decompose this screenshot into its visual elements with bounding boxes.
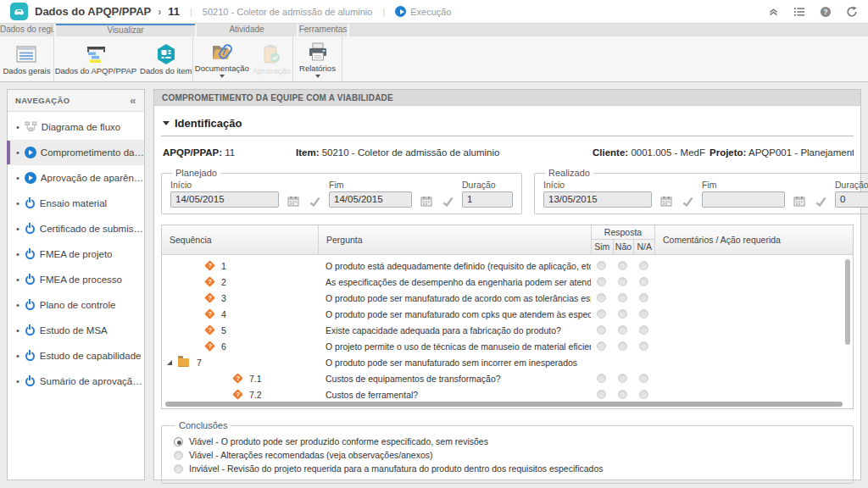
radio-sim[interactable] xyxy=(597,341,606,351)
radio-sim[interactable] xyxy=(597,293,606,302)
collapse-ribbon-icon[interactable] xyxy=(768,6,779,17)
radio-sim[interactable] xyxy=(597,277,606,286)
question-diamond-icon xyxy=(204,324,215,336)
duracao-label: Duração xyxy=(462,180,513,190)
planejado-inicio-input[interactable]: 14/05/2015 xyxy=(170,191,279,208)
radio-na[interactable] xyxy=(639,390,648,399)
pergunta-cell: As especificações de desempenho da engen… xyxy=(318,277,591,287)
radio-unchecked-icon[interactable] xyxy=(174,464,183,474)
calendar-icon[interactable] xyxy=(287,193,300,208)
pergunta-cell: Custos de ferramental? xyxy=(318,390,591,400)
radio-nao[interactable] xyxy=(618,277,627,286)
radio-nao[interactable] xyxy=(618,390,627,399)
radio-unchecked-icon[interactable] xyxy=(174,451,183,460)
sidebar-item-plano-controle[interactable]: Plano de controle xyxy=(8,292,144,318)
table-row: 3 O produto pode ser manufaturado de aco… xyxy=(162,290,853,306)
sidebar-item-sumario-aprovacao[interactable]: Sumário de aprovação ... xyxy=(8,369,144,394)
power-status-icon xyxy=(25,225,35,234)
radio-checked-icon[interactable] xyxy=(174,437,183,446)
clear-date-icon[interactable] xyxy=(308,193,321,208)
sidebar-item-fmea-processo[interactable]: FMEA de processo xyxy=(8,267,144,292)
ribbon-tab-atividade[interactable]: Atividade xyxy=(197,24,297,36)
sidebar-item-estudo-capabilidade[interactable]: Estudo de capabilidade xyxy=(8,343,144,369)
power-status-icon xyxy=(25,250,35,259)
tree-expander-icon[interactable] xyxy=(167,360,172,365)
radio-na[interactable] xyxy=(639,293,648,302)
divider: | xyxy=(190,7,192,17)
radio-nao[interactable] xyxy=(618,309,627,319)
dados-gerais-button[interactable]: Dados gerais xyxy=(3,42,52,76)
dados-item-button[interactable]: Dados do item xyxy=(139,42,192,76)
sidebar-item-ensaio-material[interactable]: Ensaio material xyxy=(8,191,144,216)
realizado-fieldset: Realizado Início 13/05/2015 Fim xyxy=(534,168,868,214)
divider: | xyxy=(382,7,385,17)
radio-na[interactable] xyxy=(639,325,648,335)
sidebar-collapse-icon[interactable]: « xyxy=(130,94,136,107)
vertical-scrollbar[interactable] xyxy=(845,259,850,345)
question-diamond-icon xyxy=(204,341,215,352)
realizado-fim-input[interactable] xyxy=(702,191,785,208)
radio-sim[interactable] xyxy=(597,309,606,319)
radio-na[interactable] xyxy=(639,261,648,270)
breadcrumb-title[interactable]: Dados do APQP/PPAP xyxy=(35,5,151,18)
planejado-fim-input[interactable]: 14/05/2015 xyxy=(329,191,412,208)
refresh-icon[interactable] xyxy=(846,6,858,18)
realizado-duracao-input[interactable]: 0 xyxy=(835,191,868,208)
ribbon-tab-visualizar[interactable]: Visualizar xyxy=(56,24,195,36)
sidebar-item-aprovacao-aparencia[interactable]: Aprovação de aparência xyxy=(8,165,144,191)
col-sequencia: Sequência xyxy=(162,225,318,254)
radio-nao[interactable] xyxy=(618,374,627,383)
col-resposta: Resposta xyxy=(592,225,654,240)
conclusao-option-viavel-sem-revisoes[interactable]: Viável - O produto pode ser produzido co… xyxy=(174,436,844,446)
folder-icon xyxy=(178,358,189,367)
printer-icon xyxy=(307,41,329,64)
radio-sim[interactable] xyxy=(597,325,606,335)
radio-na[interactable] xyxy=(639,277,648,286)
radio-sim[interactable] xyxy=(597,390,606,399)
conclusao-option-inviavel[interactable]: Inviável - Revisão do projeto requerida … xyxy=(174,463,844,474)
sidebar-item-estudo-msa[interactable]: Estudo de MSA xyxy=(8,318,144,343)
calendar-icon[interactable] xyxy=(659,193,673,208)
col-na: N/A xyxy=(633,240,654,254)
main-content-panel: COMPROMETIMENTO DA EQUIPE COM A VIABILID… xyxy=(153,89,861,480)
sidebar-item-comprometimento[interactable]: Comprometimento da ... xyxy=(8,140,144,165)
pergunta-cell: Existe capacidade adequada para a fabric… xyxy=(318,325,591,336)
radio-na[interactable] xyxy=(639,341,648,351)
sidebar-item-diagrama-de-fluxo[interactable]: Diagrama de fluxo xyxy=(8,114,144,140)
radio-nao[interactable] xyxy=(618,293,627,302)
list-menu-icon[interactable] xyxy=(793,7,805,17)
radio-na[interactable] xyxy=(639,374,648,383)
ribbon-tab-dados-registro[interactable]: Dados do regi... xyxy=(0,24,54,36)
planejado-duracao-input[interactable]: 1 xyxy=(462,191,513,208)
clear-date-icon[interactable] xyxy=(814,193,827,208)
section-identificacao[interactable]: Identificação xyxy=(161,109,854,136)
ribbon-group-atividade: Documentação Aprovação xyxy=(193,36,293,81)
help-icon[interactable]: ? xyxy=(820,6,832,18)
conclusoes-legend: Conclusões xyxy=(175,420,231,430)
radio-nao[interactable] xyxy=(618,341,627,351)
calendar-icon[interactable] xyxy=(793,193,806,208)
dropdown-caret-icon xyxy=(315,75,320,78)
clear-date-icon[interactable] xyxy=(441,193,454,208)
table-row: 7.2 Custos de ferramental? xyxy=(162,386,853,402)
clear-date-icon[interactable] xyxy=(681,193,694,208)
sidebar-item-fmea-projeto[interactable]: FMEA de projeto xyxy=(8,241,144,267)
documentacao-button[interactable]: Documentação xyxy=(194,40,250,79)
conclusao-option-viavel-alteracoes[interactable]: Viável - Alterações recomendadas (veja o… xyxy=(174,450,844,460)
radio-nao[interactable] xyxy=(618,325,627,335)
dados-apqp-button[interactable]: Dados do APQP/PPAP xyxy=(54,42,137,76)
radio-sim[interactable] xyxy=(597,261,606,270)
power-status-icon xyxy=(25,377,35,386)
sidebar-item-certificado-submissao[interactable]: Certificado de submissão xyxy=(8,216,144,241)
table-row: 4 O produto pode ser manufaturado com cp… xyxy=(162,306,853,322)
table-header: Sequência Pergunta Resposta Sim Não N/A … xyxy=(162,225,853,255)
top-header-bar: Dados do APQP/PPAP › 11 | 50210 - Coleto… xyxy=(0,0,868,24)
calendar-icon[interactable] xyxy=(420,193,433,208)
ribbon-tab-ferramentas[interactable]: Ferramentas xyxy=(298,24,348,36)
relatorios-button[interactable]: Relatórios xyxy=(298,40,337,79)
realizado-inicio-input[interactable]: 13/05/2015 xyxy=(543,191,652,208)
table-row-group: 7 O produto pode ser manufaturado sem in… xyxy=(162,354,853,370)
radio-na[interactable] xyxy=(639,309,648,319)
radio-nao[interactable] xyxy=(618,261,627,270)
radio-sim[interactable] xyxy=(597,374,606,383)
